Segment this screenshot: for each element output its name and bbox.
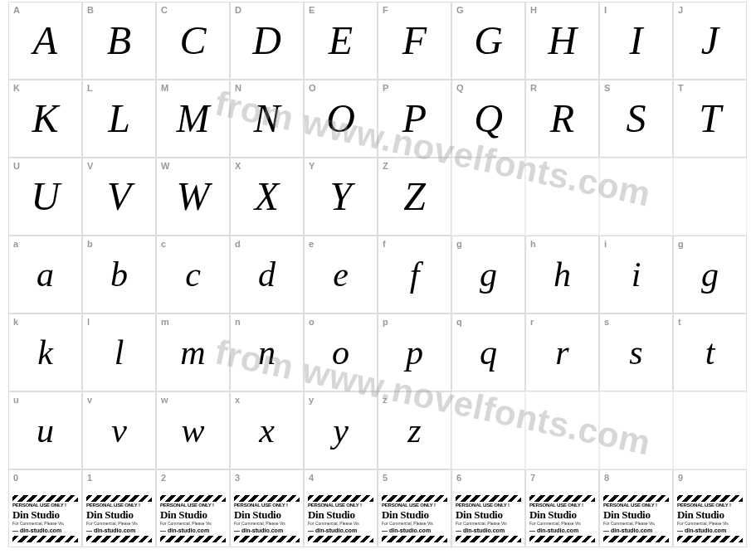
cell-label: 2 bbox=[161, 473, 166, 483]
glyph-character: f bbox=[410, 257, 420, 292]
glyph-cell: dd bbox=[230, 236, 304, 313]
cell-label: P bbox=[383, 83, 388, 93]
cell-label: k bbox=[13, 317, 18, 327]
din-studio-url: — din-studio.com bbox=[86, 526, 152, 534]
din-studio-logo: PERSONAL USE ONLY !Din StudioFor Commerc… bbox=[234, 495, 300, 543]
din-studio-logo: PERSONAL USE ONLY !Din StudioFor Commerc… bbox=[308, 495, 373, 543]
cell-label: v bbox=[87, 395, 92, 405]
glyph-character: g bbox=[480, 257, 497, 292]
glyph-cell: kk bbox=[8, 313, 82, 391]
glyph-cell: 9PERSONAL USE ONLY !Din StudioFor Commer… bbox=[673, 469, 747, 547]
stripe-decoration bbox=[603, 536, 669, 542]
cell-label: u bbox=[13, 395, 19, 405]
cell-label: s bbox=[604, 317, 609, 327]
personal-use-text: PERSONAL USE ONLY ! bbox=[456, 502, 521, 508]
cell-label: Q bbox=[456, 83, 464, 93]
din-studio-logo: PERSONAL USE ONLY !Din StudioFor Commerc… bbox=[456, 495, 521, 543]
glyph-cell: CC bbox=[156, 2, 230, 80]
din-studio-url: — din-studio.com bbox=[677, 526, 743, 534]
cell-label: X bbox=[235, 161, 241, 171]
din-studio-logo: PERSONAL USE ONLY !Din StudioFor Commerc… bbox=[603, 495, 669, 543]
glyph-cell: HH bbox=[525, 2, 599, 80]
stripe-decoration bbox=[382, 495, 447, 502]
glyph-cell: ZZ bbox=[378, 158, 451, 236]
glyph-character: Y bbox=[329, 177, 352, 216]
glyph-cell: tt bbox=[673, 313, 747, 391]
cell-label: 3 bbox=[235, 473, 240, 483]
cell-label: F bbox=[383, 5, 388, 15]
cell-label: a bbox=[13, 239, 18, 249]
cell-label: M bbox=[161, 83, 168, 93]
stripe-decoration bbox=[234, 495, 300, 502]
din-studio-url: — din-studio.com bbox=[12, 526, 78, 534]
glyph-cell: 2PERSONAL USE ONLY !Din StudioFor Commer… bbox=[156, 469, 230, 547]
glyph-character: O bbox=[326, 99, 355, 138]
cell-label: p bbox=[383, 317, 388, 327]
glyph-cell: XX bbox=[230, 158, 304, 236]
glyph-cell: mm bbox=[156, 313, 230, 391]
cell-label: r bbox=[530, 317, 534, 327]
glyph-character: u bbox=[37, 413, 54, 448]
glyph-cell bbox=[599, 158, 673, 236]
glyph-cell bbox=[451, 391, 525, 469]
glyph-cell: VV bbox=[82, 158, 156, 236]
glyph-cell: KK bbox=[8, 80, 82, 158]
glyph-character: J bbox=[701, 21, 719, 61]
glyph-cell: aa bbox=[8, 236, 82, 313]
cell-label: f bbox=[383, 239, 386, 249]
cell-label: U bbox=[13, 161, 20, 171]
stripe-decoration bbox=[86, 495, 152, 502]
cell-label: h bbox=[530, 239, 536, 249]
cell-label: J bbox=[678, 5, 683, 15]
stripe-decoration bbox=[529, 495, 595, 502]
glyph-cell: 4PERSONAL USE ONLY !Din StudioFor Commer… bbox=[304, 469, 378, 547]
stripe-decoration bbox=[160, 495, 226, 502]
cell-label: N bbox=[235, 83, 241, 93]
glyph-character: A bbox=[33, 21, 57, 61]
glyph-cell: ii bbox=[599, 236, 673, 313]
glyph-cell: 1PERSONAL USE ONLY !Din StudioFor Commer… bbox=[82, 469, 156, 547]
din-studio-url: — din-studio.com bbox=[160, 526, 226, 534]
glyph-cell: bb bbox=[82, 236, 156, 313]
glyph-cell: QQ bbox=[451, 80, 525, 158]
cell-label: E bbox=[309, 5, 315, 15]
cell-label: 0 bbox=[13, 473, 18, 483]
glyph-character: P bbox=[402, 99, 427, 138]
personal-use-text: PERSONAL USE ONLY ! bbox=[308, 502, 373, 508]
cell-label: b bbox=[87, 239, 93, 249]
glyph-cell: cc bbox=[156, 236, 230, 313]
cell-label: V bbox=[87, 161, 93, 171]
glyph-cell: xx bbox=[230, 391, 304, 469]
personal-use-text: PERSONAL USE ONLY ! bbox=[160, 502, 226, 508]
din-studio-url: — din-studio.com bbox=[382, 526, 447, 534]
glyph-cell: qq bbox=[451, 313, 525, 391]
glyph-cell: NN bbox=[230, 80, 304, 158]
glyph-cell: gg bbox=[673, 236, 747, 313]
cell-label: 7 bbox=[530, 473, 535, 483]
glyph-cell: 8PERSONAL USE ONLY !Din StudioFor Commer… bbox=[599, 469, 673, 547]
cell-label: 8 bbox=[604, 473, 609, 483]
cell-label: C bbox=[161, 5, 168, 15]
stripe-decoration bbox=[12, 536, 78, 542]
glyph-character: i bbox=[632, 257, 641, 292]
glyph-cell: nn bbox=[230, 313, 304, 391]
glyph-character: B bbox=[107, 21, 131, 61]
cell-label: L bbox=[87, 83, 93, 93]
din-studio-brand: Din Studio bbox=[603, 508, 669, 521]
glyph-character: l bbox=[115, 335, 124, 370]
glyph-character: K bbox=[32, 99, 58, 138]
glyph-cell: RR bbox=[525, 80, 599, 158]
glyph-character: x bbox=[259, 413, 275, 448]
cell-label: c bbox=[161, 239, 166, 249]
stripe-decoration bbox=[603, 495, 669, 502]
stripe-decoration bbox=[160, 536, 226, 542]
din-studio-brand: Din Studio bbox=[86, 508, 152, 521]
din-studio-brand: Din Studio bbox=[529, 508, 595, 521]
cell-label: e bbox=[309, 239, 314, 249]
glyph-character: z bbox=[407, 413, 421, 448]
cell-label: 9 bbox=[678, 473, 683, 483]
glyph-cell: hh bbox=[525, 236, 599, 313]
font-character-map: AABBCCDDEEFFGGHHIIJJKKLLMMNNOOPPQQRRSSTT… bbox=[0, 0, 756, 549]
cell-label: x bbox=[235, 395, 240, 405]
personal-use-text: PERSONAL USE ONLY ! bbox=[603, 502, 669, 508]
